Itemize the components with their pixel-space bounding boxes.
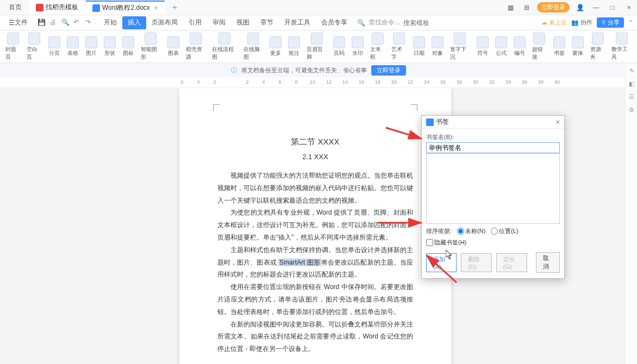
ribbon-icon bbox=[190, 33, 202, 45]
close-icon[interactable]: × bbox=[154, 4, 158, 12]
ribbon-icon bbox=[333, 36, 345, 48]
ruler-mark: 2 bbox=[245, 79, 250, 85]
radio-location[interactable]: 位置(L) bbox=[491, 227, 518, 235]
tab-home[interactable]: 首页 bbox=[2, 1, 28, 15]
menu-item[interactable]: 开发工具 bbox=[279, 16, 316, 29]
qat-undo-icon[interactable]: ↶ bbox=[73, 18, 82, 27]
ribbon-表格[interactable]: 表格 bbox=[64, 30, 82, 62]
qat-redo-icon[interactable]: ↷ bbox=[85, 18, 94, 27]
ribbon-图片[interactable]: 图片 bbox=[82, 30, 101, 62]
add-button[interactable]: 添加(A) bbox=[426, 253, 457, 272]
ruler-mark: 20 bbox=[391, 79, 397, 85]
ribbon-日期[interactable]: 日期 bbox=[410, 30, 428, 62]
avatar-icon[interactable]: 👤 bbox=[574, 2, 586, 14]
ribbon-符号[interactable]: 符号 bbox=[473, 30, 492, 62]
menu-item[interactable]: 审阅 bbox=[207, 16, 231, 29]
ribbon-书签[interactable]: 书签 bbox=[550, 30, 569, 62]
collab-button[interactable]: 👥 协作 bbox=[571, 18, 592, 27]
ribbon-编号[interactable]: 编号 bbox=[510, 30, 529, 62]
ribbon-艺术字[interactable]: 艺术字 bbox=[388, 30, 409, 62]
doc-paragraph: 在新的阅读视图中阅读更加容易。可以折叠文档某些部分并关注所需文本。如果在达到结尾… bbox=[217, 318, 413, 355]
ruler-mark bbox=[228, 79, 234, 85]
qat-save-icon[interactable]: 💾 bbox=[38, 18, 46, 27]
ribbon-教学工具[interactable]: 教学工具 bbox=[608, 30, 635, 62]
menu-item[interactable]: 引用 bbox=[183, 16, 207, 29]
search-input[interactable] bbox=[403, 19, 447, 27]
side-item[interactable]: ◧ bbox=[626, 77, 637, 90]
ribbon-窗体[interactable]: 窗体 bbox=[569, 30, 587, 62]
dialog-titlebar: 书签 × bbox=[422, 116, 564, 129]
ribbon-icon bbox=[270, 36, 282, 48]
ribbon-资源夹[interactable]: 资源夹 bbox=[587, 30, 608, 62]
ribbon-在线脑图[interactable]: 在线脑图 bbox=[240, 30, 267, 62]
ribbon-形状[interactable]: 形状 bbox=[101, 30, 119, 62]
cancel-button[interactable]: 取消 bbox=[536, 252, 560, 273]
close-window-icon[interactable]: × bbox=[623, 2, 635, 14]
ribbon-超链接[interactable]: 超链接 bbox=[529, 30, 550, 62]
ribbon-label: 表格 bbox=[67, 49, 78, 57]
tab-template[interactable]: 找稻壳模板 bbox=[29, 1, 85, 15]
min-icon[interactable]: — bbox=[590, 2, 602, 14]
document-page[interactable]: 第二节 XXXX 2.1 XXX 视频提供了功能强大的方法帮助您证明您的观点。当… bbox=[179, 88, 451, 364]
login-button[interactable]: 立即登录 bbox=[537, 2, 570, 12]
qat-print-icon[interactable]: 🖨 bbox=[49, 18, 58, 27]
qat-preview-icon[interactable]: 🔍 bbox=[61, 18, 70, 27]
ribbon-封面页[interactable]: 封面页 bbox=[2, 30, 23, 62]
ribbon-公式[interactable]: 公式 bbox=[492, 30, 510, 62]
ribbon-label: 稻壳资源 bbox=[186, 46, 206, 61]
tab-document-label: Word教程2.docx bbox=[102, 3, 150, 12]
tab-new[interactable]: + bbox=[166, 1, 184, 15]
menu-item[interactable]: 视图 bbox=[231, 16, 255, 29]
grid-icon[interactable]: ▦ bbox=[504, 2, 516, 14]
menu-item[interactable]: 章节 bbox=[255, 16, 279, 29]
ribbon-icon bbox=[495, 36, 507, 48]
menu-item[interactable]: 开始 bbox=[98, 16, 122, 29]
ribbon-智能图形[interactable]: 智能图形 bbox=[138, 30, 164, 62]
side-item[interactable]: ✎ bbox=[626, 64, 637, 77]
page-corner bbox=[213, 104, 220, 111]
ribbon-图表[interactable]: 图表 bbox=[164, 30, 183, 62]
share-button[interactable]: ⇧ 分享 bbox=[597, 17, 624, 28]
hide-checkbox-input[interactable] bbox=[426, 239, 433, 246]
side-item[interactable]: ☰ bbox=[626, 90, 637, 103]
dialog-close-icon[interactable]: × bbox=[556, 118, 560, 126]
ribbon-label: 形状 bbox=[104, 49, 115, 57]
notice-login-button[interactable]: 立即登录 bbox=[371, 65, 406, 76]
doc-icon bbox=[92, 4, 100, 12]
search-icon: 🔍 bbox=[357, 19, 365, 27]
ribbon-首字下沉[interactable]: 首字下沉 bbox=[447, 30, 473, 62]
menu-more-icon[interactable]: ⌃ bbox=[628, 19, 634, 27]
ribbon-空白页[interactable]: 空白页 bbox=[23, 30, 45, 62]
ruler-mark: 6 bbox=[277, 79, 283, 85]
apps-icon[interactable]: ⊞ bbox=[521, 2, 533, 14]
side-item[interactable]: ⚙ bbox=[626, 103, 637, 116]
ribbon-页码[interactable]: 页码 bbox=[330, 30, 348, 62]
menu-item-insert[interactable]: 插入 bbox=[122, 16, 146, 29]
ribbon-文本框[interactable]: 文本框 bbox=[367, 30, 388, 62]
ribbon-页眉页脚[interactable]: 页眉页脚 bbox=[303, 30, 330, 62]
menu-item[interactable]: 页面布局 bbox=[146, 16, 183, 29]
ribbon-稻壳资源[interactable]: 稻壳资源 bbox=[183, 30, 209, 62]
ribbon-label: 图标 bbox=[123, 49, 134, 57]
doc-heading: 第二节 XXXX bbox=[217, 137, 413, 147]
cloud-status[interactable]: ☁ 未上云 bbox=[541, 18, 567, 27]
radio-name-input[interactable] bbox=[457, 228, 464, 235]
tab-document[interactable]: Word教程2.docx × bbox=[86, 1, 165, 15]
radio-name[interactable]: 名称(N) bbox=[457, 227, 485, 235]
menu-file[interactable]: ☰ 文件 bbox=[3, 16, 33, 29]
ribbon-在线流程图[interactable]: 在线流程图 bbox=[209, 30, 240, 62]
bookmark-list[interactable] bbox=[426, 153, 560, 224]
ribbon-label: 图片 bbox=[86, 49, 97, 57]
ruler-mark: 2 bbox=[212, 79, 217, 85]
bookmark-name-input[interactable] bbox=[426, 142, 560, 153]
ribbon-批注[interactable]: 批注 bbox=[285, 30, 303, 62]
ribbon-对象[interactable]: 对象 bbox=[428, 30, 447, 62]
ribbon-分页[interactable]: 分页 bbox=[45, 30, 64, 62]
max-icon[interactable]: □ bbox=[607, 2, 619, 14]
radio-location-input[interactable] bbox=[491, 228, 498, 235]
hide-checkbox[interactable]: 隐藏书签(H) bbox=[426, 239, 466, 247]
menu-item[interactable]: 会员专享 bbox=[316, 16, 353, 29]
ribbon-图标[interactable]: 图标 bbox=[119, 30, 138, 62]
ribbon-水印[interactable]: 水印 bbox=[348, 30, 367, 62]
ribbon-更多[interactable]: 更多 bbox=[266, 30, 285, 62]
